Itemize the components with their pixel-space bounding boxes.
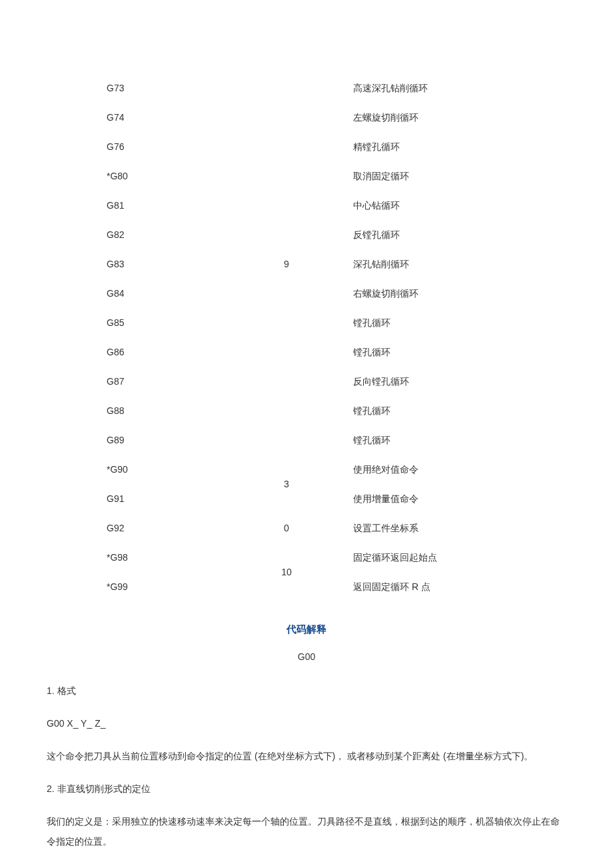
sub-title: G00 <box>47 649 566 664</box>
table-cell-code: *G99 <box>100 572 227 601</box>
section-title: 代码解释 <box>47 621 566 637</box>
table-cell-desc: 精镗孔循环 <box>346 132 513 161</box>
table-cell-code: *G80 <box>100 161 227 191</box>
table-cell-desc: 取消固定循环 <box>346 161 513 191</box>
table-cell-desc: 镗孔循环 <box>346 337 513 367</box>
table-cell-code: G85 <box>100 308 227 337</box>
paragraph: 2. 非直线切削形式的定位 <box>47 779 566 799</box>
gcode-table: G73 G74 G76 *G80 G81 G82 G83 G84 G85 G86… <box>100 73 513 601</box>
table-cell-desc: 使用绝对值命令 <box>346 455 513 484</box>
paragraph: 我们的定义是：采用独立的快速移动速率来决定每一个轴的位置。刀具路径不是直线，根据… <box>47 811 566 853</box>
table-cell-code: G84 <box>100 279 227 308</box>
table-group-3: *G90 G91 3 使用绝对值命令 使用增量值命令 <box>100 455 513 513</box>
table-group-10: *G98 *G99 10 固定循环返回起始点 返回固定循环 R 点 <box>100 543 513 601</box>
table-cell-desc: 使用增量值命令 <box>346 484 513 513</box>
table-cell-code: G81 <box>100 191 227 220</box>
table-cell-code: G86 <box>100 337 227 367</box>
table-cell-code: G76 <box>100 132 227 161</box>
table-cell-group: 0 <box>227 513 346 543</box>
table-cell-desc: 镗孔循环 <box>346 425 513 455</box>
table-cell-code: G82 <box>100 220 227 249</box>
table-cell-desc: 左螺旋切削循环 <box>346 103 513 132</box>
table-cell-desc: 反镗孔循环 <box>346 220 513 249</box>
table-cell-code: G73 <box>100 73 227 103</box>
table-cell-code: G88 <box>100 396 227 425</box>
table-cell-code: *G90 <box>100 455 227 484</box>
table-group-0: G92 0 设置工件坐标系 <box>100 513 513 543</box>
table-cell-desc: 设置工件坐标系 <box>346 513 513 543</box>
table-cell-code: G83 <box>100 249 227 279</box>
table-cell-desc: 镗孔循环 <box>346 308 513 337</box>
table-cell-code: G74 <box>100 103 227 132</box>
table-cell-desc: 高速深孔钻削循环 <box>346 73 513 103</box>
table-cell-desc: 镗孔循环 <box>346 396 513 425</box>
paragraph: 1. 格式 <box>47 681 566 701</box>
paragraph: G00 X_ Y_ Z_ <box>47 713 566 734</box>
table-group-9: G73 G74 G76 *G80 G81 G82 G83 G84 G85 G86… <box>100 73 513 455</box>
table-cell-code: G87 <box>100 367 227 396</box>
table-cell-code: G89 <box>100 425 227 455</box>
paragraph: 这个命令把刀具从当前位置移动到命令指定的位置 (在绝对坐标方式下)， 或者移动到… <box>47 746 566 767</box>
table-cell-desc: 中心钻循环 <box>346 191 513 220</box>
table-cell-desc: 深孔钻削循环 <box>346 249 513 279</box>
table-cell-code: *G98 <box>100 543 227 572</box>
table-cell-code: G92 <box>100 513 227 543</box>
table-cell-code: G91 <box>100 484 227 513</box>
table-cell-desc: 返回固定循环 R 点 <box>346 572 513 601</box>
table-cell-desc: 固定循环返回起始点 <box>346 543 513 572</box>
table-cell-group: 3 <box>227 455 346 513</box>
table-cell-desc: 反向镗孔循环 <box>346 367 513 396</box>
table-cell-group: 9 <box>227 73 346 455</box>
paragraph: 3. 直线定位 <box>47 864 566 868</box>
table-cell-group: 10 <box>227 543 346 601</box>
table-cell-desc: 右螺旋切削循环 <box>346 279 513 308</box>
